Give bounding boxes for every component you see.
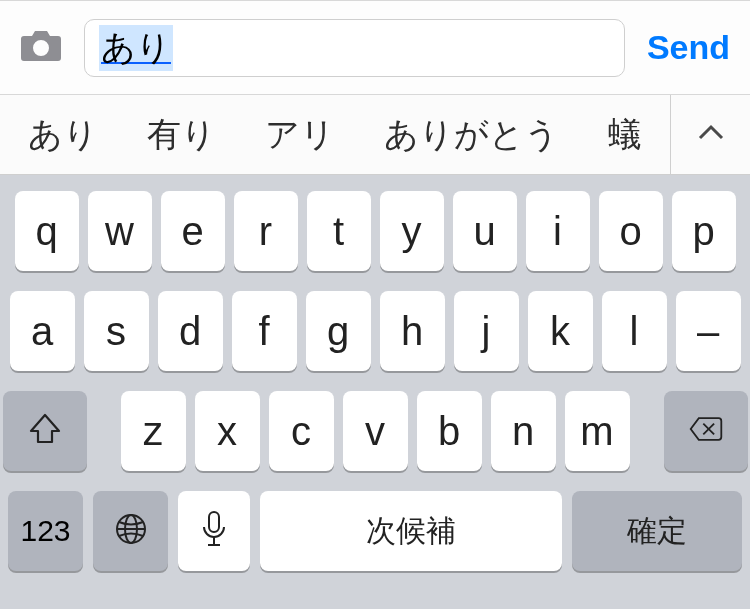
svg-rect-5 [209,512,219,532]
key-b[interactable]: b [417,391,482,471]
expand-candidates-button[interactable] [670,95,750,174]
send-button[interactable]: Send [643,28,734,67]
numeric-switch-key[interactable]: 123 [8,491,83,571]
key-q[interactable]: q [15,191,79,271]
microphone-icon [199,509,229,553]
key-a[interactable]: a [10,291,75,371]
message-text-input[interactable]: あり [84,19,625,77]
key-u[interactable]: u [453,191,517,271]
candidate-item[interactable]: 有り [137,112,226,158]
key-g[interactable]: g [306,291,371,371]
next-candidate-key[interactable]: 次候補 [260,491,562,571]
key-c[interactable]: c [269,391,334,471]
key-x[interactable]: x [195,391,260,471]
key-h[interactable]: h [380,291,445,371]
keyboard-row-3: z x c v b n m [8,391,742,471]
keyboard: q w e r t y u i o p a s d f g h j k l – … [0,175,750,609]
candidate-item[interactable]: 蟻 [598,112,652,158]
globe-key[interactable] [93,491,168,571]
key-s[interactable]: s [84,291,149,371]
ime-candidate-bar: あり 有り アリ ありがとう 蟻 [0,95,750,175]
globe-icon [113,511,149,551]
spacer [96,391,112,471]
numeric-switch-label: 123 [20,514,70,548]
shift-icon [27,411,63,451]
key-f[interactable]: f [232,291,297,371]
key-n[interactable]: n [491,391,556,471]
key-v[interactable]: v [343,391,408,471]
camera-button[interactable] [16,28,66,68]
key-m[interactable]: m [565,391,630,471]
key-e[interactable]: e [161,191,225,271]
candidate-list: あり 有り アリ ありがとう 蟻 [0,95,670,174]
keyboard-row-4: 123 次候補 確定 [8,491,742,571]
key-z[interactable]: z [121,391,186,471]
dictation-key[interactable] [178,491,250,571]
key-w[interactable]: w [88,191,152,271]
camera-icon [19,28,63,68]
key-o[interactable]: o [599,191,663,271]
key-l[interactable]: l [602,291,667,371]
key-j[interactable]: j [454,291,519,371]
key-i[interactable]: i [526,191,590,271]
key-r[interactable]: r [234,191,298,271]
confirm-key[interactable]: 確定 [572,491,742,571]
candidate-item[interactable]: あり [18,112,108,158]
key-y[interactable]: y [380,191,444,271]
message-input-bar: あり Send [0,0,750,95]
candidate-item[interactable]: ありがとう [374,112,569,158]
keyboard-row-1: q w e r t y u i o p [8,191,742,271]
key-d[interactable]: d [158,291,223,371]
backspace-icon [688,411,724,451]
composing-text: あり [99,25,173,71]
shift-key[interactable] [3,391,87,471]
spacer [639,391,655,471]
keyboard-row-2: a s d f g h j k l – [8,291,742,371]
key-dash[interactable]: – [676,291,741,371]
key-k[interactable]: k [528,291,593,371]
key-p[interactable]: p [672,191,736,271]
key-t[interactable]: t [307,191,371,271]
backspace-key[interactable] [664,391,748,471]
candidate-item[interactable]: アリ [255,112,345,158]
chevron-up-icon [696,118,726,152]
